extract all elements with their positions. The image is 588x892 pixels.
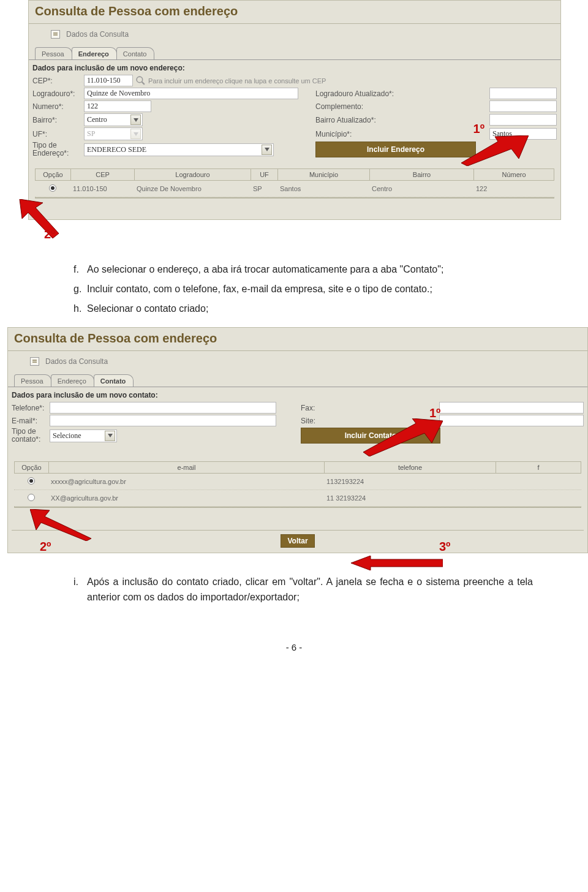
li-text: Após a inclusão do contato criado, clica…: [87, 574, 533, 605]
tab-contato[interactable]: Contato: [116, 47, 155, 59]
gh-uf: UF: [251, 168, 277, 181]
svg-marker-4: [363, 418, 443, 456]
document-icon: [51, 30, 60, 39]
li-marker: i.: [74, 574, 87, 605]
svg-point-0: [137, 77, 143, 83]
label-log-at: Logradouro Atualizado*:: [315, 89, 407, 98]
tab-pessoa[interactable]: Pessoa: [35, 47, 72, 59]
logradouro-atualizado-input[interactable]: [489, 88, 557, 99]
grid-header: Opção e-mail telefone f: [14, 461, 581, 474]
row-cep: CEP*: 11.010-150 Para incluir um endereç…: [32, 75, 557, 86]
page-number: - 6 -: [0, 642, 588, 652]
gh-f: f: [496, 461, 581, 474]
annotation-1: 1º: [473, 122, 484, 136]
incluir-endereco-button[interactable]: Incluir Endereço: [315, 142, 476, 157]
tipo-contato-select[interactable]: Selecione: [50, 429, 117, 442]
tab-contato[interactable]: Contato: [94, 374, 134, 387]
grid-header: Opção CEP Logradouro UF Município Bairro…: [35, 168, 554, 181]
svg-marker-6: [351, 556, 443, 570]
table-row: XX@agricultura.gov.br 11 32193224: [14, 490, 581, 507]
row-radio[interactable]: [49, 184, 56, 192]
gh-opcao: Opção: [14, 461, 48, 474]
tab-pessoa[interactable]: Pessoa: [14, 374, 51, 387]
section-text: Dados da Consulta: [45, 357, 108, 366]
cep-input[interactable]: 11.010-150: [84, 75, 133, 86]
li-marker: f.: [74, 262, 87, 278]
cell-mun: Santos: [277, 184, 369, 194]
tab-endereco[interactable]: Endereço: [72, 47, 117, 59]
li-text: Incluir contato, com o telefone, fax, e-…: [87, 281, 533, 297]
site-input[interactable]: [439, 415, 584, 426]
cell-bairro: Centro: [369, 184, 473, 194]
uf-value: SP: [87, 129, 95, 138]
complemento-input[interactable]: [489, 100, 557, 112]
label-log: Logradouro*:: [32, 89, 84, 98]
form-heading: Dados para inclusão de um novo endereço:: [32, 64, 557, 72]
row-telefone: Telefone*: Fax:: [12, 402, 584, 414]
label-site: Site:: [301, 417, 325, 425]
li-marker: h.: [74, 301, 87, 317]
row-radio[interactable]: [28, 477, 35, 485]
gh-opcao: Opção: [35, 168, 70, 181]
tabs: Pessoa Endereço Contato: [35, 47, 560, 59]
annotation-2: 2º: [40, 540, 51, 554]
voltar-button[interactable]: Voltar: [281, 534, 314, 548]
panel-endereco: Consulta de Pessoa com endereço Dados da…: [28, 0, 561, 220]
li-text: Selecionar o contato criado;: [87, 301, 533, 317]
telefone-input[interactable]: [50, 402, 276, 414]
tab-endereco[interactable]: Endereço: [51, 374, 94, 387]
uf-select[interactable]: SP: [84, 127, 143, 140]
chevron-down-icon: [130, 129, 141, 139]
label-tipo-contato: Tipo de contato*:: [12, 428, 50, 444]
search-icon[interactable]: [135, 75, 146, 86]
label-num: Numero*:: [32, 102, 84, 111]
form-heading: Dados para inclusão de um novo contato:: [12, 391, 584, 399]
row-numero: Numero*: 122 Complemento:: [32, 100, 557, 112]
tabs: Pessoa Endereço Contato: [14, 374, 587, 387]
bairro-value: Centro: [87, 115, 107, 124]
cell-f: [496, 497, 581, 499]
bairro-atualizado-input[interactable]: [489, 114, 557, 126]
gh-cep: CEP: [70, 168, 134, 181]
cep-hint: Para incluir um endereço clique na lupa …: [148, 77, 326, 85]
cell-email: XX@agricultura.gov.br: [48, 493, 324, 503]
list-item: g.Incluir contato, com o telefone, fax, …: [74, 281, 533, 297]
cell-tel: 1132193224: [324, 477, 496, 486]
table-row: 11.010-150 Quinze De Novembro SP Santos …: [35, 181, 554, 197]
cell-cep: 11.010-150: [70, 184, 134, 194]
svg-line-1: [142, 82, 145, 85]
label-cep: CEP*:: [32, 77, 84, 85]
arrow-icon: [16, 199, 62, 238]
annotation-3: 3º: [439, 540, 450, 554]
tipo-value: ENDERECO SEDE: [87, 145, 146, 154]
cell-num: 122: [473, 184, 554, 194]
section-label: Dados da Consulta: [8, 351, 587, 372]
arrow-icon: [30, 509, 96, 541]
svg-marker-2: [461, 135, 529, 166]
arrow-icon: [363, 418, 443, 456]
chevron-down-icon: [262, 145, 272, 155]
cell-f: [496, 480, 581, 483]
arrow-icon: [351, 556, 443, 570]
gh-bairro: Bairro: [369, 168, 473, 181]
tipo-endereco-select[interactable]: ENDERECO SEDE: [84, 143, 274, 156]
section-text: Dados da Consulta: [66, 30, 129, 39]
text-block: f.Ao selecionar o endereço, a aba irá tr…: [74, 262, 533, 316]
section-label: Dados da Consulta: [29, 24, 560, 45]
row-logradouro: Logradouro*: Quinze de Novembro Logradou…: [32, 88, 557, 99]
list-item: f.Ao selecionar o endereço, a aba irá tr…: [74, 262, 533, 278]
fax-input[interactable]: [439, 402, 584, 414]
label-comp: Complemento:: [315, 102, 407, 111]
chevron-down-icon: [130, 115, 141, 125]
contato-grid: Opção e-mail telefone f xxxxx@agricultur…: [14, 461, 581, 508]
logradouro-input[interactable]: Quinze de Novembro: [84, 88, 298, 99]
panel-contato: Consulta de Pessoa com endereço Dados da…: [7, 327, 588, 553]
email-input[interactable]: [50, 415, 276, 426]
row-radio[interactable]: [28, 494, 35, 501]
gh-email: e-mail: [48, 461, 324, 474]
arrow-icon: [461, 135, 529, 166]
numero-input[interactable]: 122: [84, 100, 151, 112]
endereco-grid: Opção CEP Logradouro UF Município Bairro…: [35, 168, 554, 198]
bairro-select[interactable]: Centro: [84, 113, 143, 126]
gh-tel: telefone: [324, 461, 496, 474]
